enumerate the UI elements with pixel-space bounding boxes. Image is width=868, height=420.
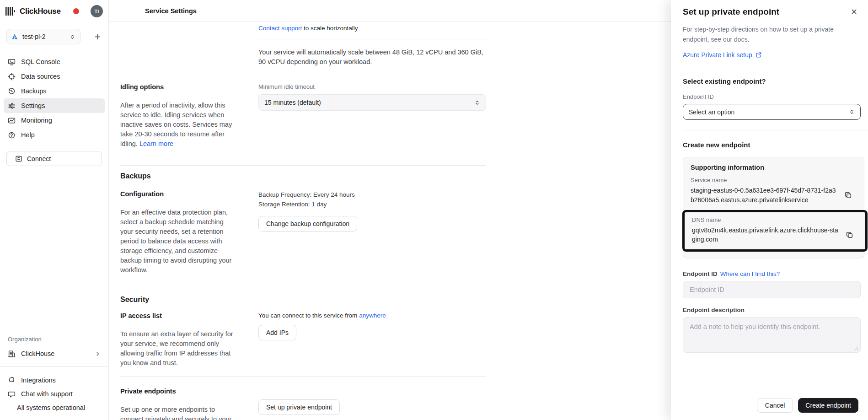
- help-icon: [8, 131, 16, 139]
- azure-icon: [11, 33, 18, 40]
- service-name-label: Service name: [691, 177, 857, 183]
- panel-title: Set up private endpoint: [683, 7, 779, 17]
- sidebar-item-sql-console[interactable]: SQL Console: [4, 54, 105, 69]
- recording-dot: [73, 8, 79, 14]
- divider: [120, 376, 486, 377]
- dns-name-row: gqtv8o2m4k.eastus.privatelink.azure.clic…: [692, 226, 859, 244]
- azure-docs-link[interactable]: Azure Private Link setup: [683, 51, 762, 59]
- endpoint-description-textarea[interactable]: [683, 317, 861, 353]
- learn-more-link[interactable]: Learn more: [139, 140, 173, 147]
- data-node-icon: [8, 73, 16, 81]
- where-find-link[interactable]: Where can I find this?: [720, 270, 780, 277]
- create-endpoint-button[interactable]: Create endpoint: [798, 398, 858, 413]
- connect-label: Connect: [27, 155, 51, 162]
- service-name: test-pl-2: [22, 33, 46, 40]
- ip-access-description: To ensure an extra layer of security for…: [120, 329, 235, 368]
- status-green-dot-icon: [8, 404, 11, 411]
- sidebar-item-organization[interactable]: ClickHouse: [4, 346, 105, 361]
- sidebar-item-label: Help: [21, 131, 35, 139]
- sidebar-item-data-sources[interactable]: Data sources: [4, 69, 105, 84]
- page-title: Service Settings: [145, 7, 197, 15]
- sidebar-item-help[interactable]: Help: [4, 128, 105, 142]
- change-backup-config-button[interactable]: Change backup configuration: [258, 216, 357, 232]
- divider: [120, 289, 486, 289]
- sidebar-item-chat-support[interactable]: Chat with support: [4, 387, 105, 401]
- endpoint-description-label-row: Endpoint description: [683, 307, 861, 313]
- copy-icon[interactable]: [845, 230, 854, 240]
- sidebar-footer-nav: Integrations Chat with support All syste…: [4, 373, 105, 415]
- sidebar-item-integrations[interactable]: Integrations: [4, 373, 105, 387]
- add-ips-button[interactable]: Add IPs: [258, 325, 296, 340]
- connect-button[interactable]: Connect: [6, 151, 102, 166]
- sidebar-item-backups[interactable]: Backups: [4, 84, 105, 98]
- sidebar-item-settings[interactable]: Settings: [4, 98, 105, 113]
- divider: [0, 366, 108, 367]
- panel-footer: Cancel Create endpoint: [671, 393, 868, 420]
- select-existing-title: Select existing endpoint?: [683, 77, 861, 85]
- backup-retention: Storage Retention: 1 day: [258, 200, 486, 210]
- ip-access-title: IP access list: [120, 312, 235, 319]
- private-endpoints-title: Private endpoints: [120, 388, 235, 395]
- chevron-updown-icon: [70, 34, 75, 40]
- sidebar-item-label: SQL Console: [21, 58, 60, 65]
- endpoint-id-input[interactable]: [683, 281, 861, 298]
- divider: [258, 39, 486, 39]
- service-selector-row: test-pl-2: [6, 29, 103, 44]
- endpoint-description-wrap: [683, 317, 861, 354]
- sidebar-item-monitoring[interactable]: Monitoring: [4, 113, 105, 128]
- sidebar-item-label: Settings: [21, 102, 45, 109]
- supporting-info-title: Supporting information: [691, 164, 857, 171]
- sliders-icon: [8, 102, 16, 110]
- supporting-information-card: Supporting information Service name stag…: [683, 157, 864, 258]
- connect-from-line: You can connect to this service from any…: [258, 312, 486, 319]
- panel-description: For step-by-step directions on how to se…: [683, 25, 838, 44]
- auto-scale-text: Your service will automatically scale be…: [258, 48, 486, 67]
- setup-private-endpoint-button[interactable]: Set up private endpoint: [258, 399, 340, 415]
- building-icon: [8, 350, 16, 358]
- sidebar-nav: SQL Console Data sources Backups Setting…: [4, 54, 105, 142]
- chart-icon: [8, 117, 16, 124]
- endpoint-id-field-label: Endpoint ID: [683, 270, 718, 277]
- external-link-icon: [755, 52, 762, 58]
- connect-icon: [15, 155, 22, 162]
- service-selector[interactable]: test-pl-2: [6, 29, 80, 44]
- close-icon[interactable]: [849, 7, 859, 16]
- create-new-title: Create new endpoint: [683, 141, 861, 149]
- idle-timeout-select[interactable]: 15 minutes (default): [258, 94, 486, 111]
- backups-config-title: Configuration: [120, 190, 235, 198]
- sidebar-spacer: [0, 166, 108, 336]
- organization-label: Organization: [0, 336, 108, 343]
- copy-icon[interactable]: [843, 190, 853, 200]
- endpoint-id-field-label-row: Endpoint ID Where can I find this?: [683, 270, 861, 277]
- idling-title: Idling options: [120, 83, 235, 91]
- endpoint-id-label: Endpoint ID: [683, 93, 861, 100]
- contact-support-link[interactable]: Contact support: [258, 25, 302, 32]
- anywhere-link[interactable]: anywhere: [359, 312, 386, 319]
- divider: [120, 165, 486, 166]
- existing-endpoint-select[interactable]: Select an option: [683, 104, 861, 120]
- sidebar-item-system-status[interactable]: All systems operational: [4, 401, 105, 415]
- chevron-right-icon: [95, 351, 101, 357]
- scaling-support-suffix: to scale horizontally: [302, 25, 358, 32]
- terminal-icon: [8, 58, 16, 66]
- idle-timeout-label: Minimum idle timeout: [258, 83, 486, 90]
- add-service-button[interactable]: [92, 32, 103, 42]
- clickhouse-logo-icon: [5, 7, 16, 16]
- service-name-row: staging-eastus-0-0.5a631ee3-697f-45d7-87…: [691, 186, 857, 205]
- private-endpoint-panel: Set up private endpoint For step-by-step…: [671, 0, 868, 420]
- sidebar-item-label: Monitoring: [21, 117, 52, 124]
- cancel-button[interactable]: Cancel: [757, 398, 793, 413]
- sidebar-item-label: Data sources: [21, 73, 60, 80]
- backups-description: For an effective data protection plan, s…: [120, 208, 235, 275]
- avatar[interactable]: TI: [91, 5, 103, 17]
- sidebar-item-label: Backups: [21, 87, 47, 95]
- organization-nav: ClickHouse: [4, 346, 105, 361]
- dns-name-highlight: DNS name gqtv8o2m4k.eastus.privatelink.a…: [682, 210, 868, 252]
- dns-name-label: DNS name: [692, 216, 859, 223]
- divider: [683, 130, 868, 130]
- organization-name: ClickHouse: [21, 350, 54, 357]
- idling-description: After a period of inactivity, allow this…: [120, 101, 235, 149]
- divider: [683, 68, 868, 68]
- chevron-updown-icon: [849, 109, 855, 115]
- chat-bubble-icon: [8, 390, 16, 398]
